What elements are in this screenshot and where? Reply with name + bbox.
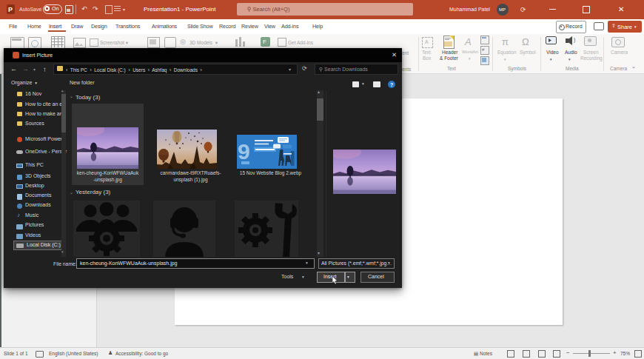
- svg-text:9: 9: [238, 139, 250, 164]
